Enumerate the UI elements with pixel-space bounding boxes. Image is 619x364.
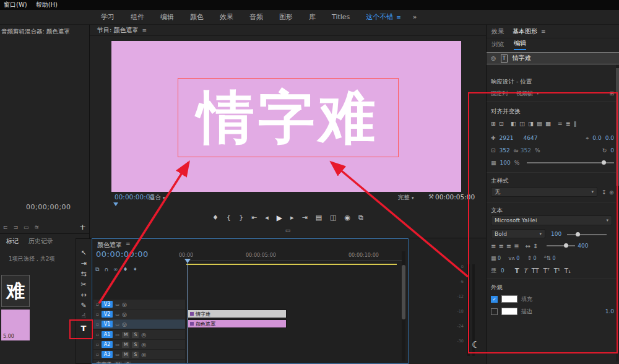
mixer-icon-4[interactable]: ≋: [35, 224, 40, 230]
pen-tool[interactable]: ✎: [76, 301, 91, 310]
align-left-icon[interactable]: ◧: [511, 120, 516, 127]
lock-icon[interactable]: ▫: [96, 322, 99, 327]
step-forward-icon[interactable]: ▸: [290, 214, 294, 222]
track-output-eye-icon[interactable]: ◎: [122, 321, 127, 327]
workspace-tab-color[interactable]: 颜色: [182, 12, 212, 22]
razor-tool[interactable]: ✂: [76, 280, 91, 288]
new-style-icon[interactable]: ⊕: [609, 189, 614, 196]
track-select-tool[interactable]: ⇥: [76, 259, 91, 267]
panel-menu-icon[interactable]: ≡: [142, 27, 147, 33]
track-target-v1[interactable]: V1: [102, 321, 113, 327]
subtab-browse[interactable]: 浏览: [491, 40, 504, 49]
type-tool[interactable]: T: [76, 324, 91, 333]
align-text-left-icon[interactable]: ≡: [491, 243, 496, 249]
program-current-timecode[interactable]: 00:00:00:00: [115, 193, 154, 201]
visibility-eye-icon[interactable]: ◎: [491, 55, 496, 61]
clip-text-layer[interactable]: 情字难: [188, 310, 287, 318]
project-item-text-clip[interactable]: 难: [1, 275, 30, 307]
superscript-toggle[interactable]: T¹: [554, 267, 560, 274]
add-button[interactable]: +: [79, 222, 86, 232]
distribute-h-icon[interactable]: ≡: [558, 120, 563, 127]
align-bottom-icon[interactable]: ▦: [545, 120, 551, 127]
nest-icon[interactable]: ⧉: [95, 266, 99, 273]
timeline-settings-icon[interactable]: ✦: [133, 266, 138, 273]
track-target-v2[interactable]: V2: [102, 311, 113, 318]
pin-diagram-icon[interactable]: ⊞: [609, 90, 614, 97]
track-output-eye-icon[interactable]: ◎: [141, 332, 146, 338]
mute-button[interactable]: M: [122, 342, 129, 348]
ripple-edit-tool[interactable]: ⇆: [76, 270, 91, 278]
position-y-value[interactable]: 4647: [523, 135, 537, 141]
track-target-a3[interactable]: A3: [102, 351, 113, 358]
step-back-icon[interactable]: ◂: [265, 214, 269, 222]
tsume-icon[interactable]: 亜: [491, 267, 496, 275]
stroke-color-swatch[interactable]: [501, 308, 517, 315]
anchor-x-value[interactable]: 0.0: [592, 135, 601, 141]
linked-selection-icon[interactable]: ∞: [113, 266, 118, 273]
mute-button[interactable]: M: [115, 362, 122, 364]
export-frame-icon[interactable]: ◉: [344, 214, 350, 222]
track-output-eye-icon[interactable]: ◎: [122, 311, 127, 318]
sync-lock-icon[interactable]: ▭: [115, 322, 119, 327]
panel-menu-icon[interactable]: ≡: [126, 241, 131, 249]
sync-lock-icon[interactable]: ▭: [115, 312, 119, 317]
all-caps-toggle[interactable]: TT: [532, 267, 539, 274]
align-frame-h-icon[interactable]: ⊞: [491, 120, 496, 127]
mute-button[interactable]: M: [122, 332, 129, 338]
text-bounding-box[interactable]: 情字难: [178, 78, 399, 157]
tracking2-icon[interactable]: ᴠᴀ: [508, 255, 515, 261]
position-x-value[interactable]: 2921: [500, 135, 514, 141]
tab-essential-graphics[interactable]: 基本图形: [513, 27, 537, 36]
kerning-value[interactable]: 0: [498, 256, 501, 261]
project-item-color-matte[interactable]: 5.00: [1, 310, 30, 340]
distribute-spacing-icon[interactable]: ‖: [574, 120, 577, 127]
tab-history[interactable]: 历史记录: [28, 237, 53, 246]
tracking-value[interactable]: 400: [578, 243, 588, 249]
resolution-dropdown[interactable]: 完整 ▾: [398, 194, 414, 202]
leading2-icon[interactable]: ⇕: [527, 255, 532, 261]
kerning-icon[interactable]: ▦: [491, 255, 496, 261]
timeline-timecode[interactable]: 00:00:00:00: [96, 249, 149, 259]
fill-checkbox[interactable]: ✓: [491, 296, 498, 303]
mixer-icon-1[interactable]: ⊏: [3, 224, 8, 230]
tab-effects[interactable]: 效果: [491, 27, 504, 36]
baseline-shift-value[interactable]: 0: [553, 256, 556, 261]
track-output-eye-icon[interactable]: ◎: [141, 342, 146, 348]
program-playhead-caret[interactable]: [113, 202, 118, 209]
align-center-h-icon[interactable]: ◫: [519, 120, 525, 127]
font-size-value[interactable]: 100: [551, 231, 561, 237]
settings-wrench-icon[interactable]: ⚒: [428, 193, 434, 200]
graphics-panel-scrollbar[interactable]: [616, 64, 619, 362]
tab-markers[interactable]: 标记: [6, 237, 19, 246]
scale-icon[interactable]: ⊡: [491, 147, 496, 154]
lift-icon[interactable]: ▤: [316, 214, 322, 222]
subscript-toggle[interactable]: T₁: [565, 267, 571, 274]
slider-knob[interactable]: [602, 160, 606, 165]
layer-row-text[interactable]: ◎ T 情字难: [487, 52, 619, 64]
opacity-value[interactable]: 100: [500, 160, 511, 166]
workspace-tab-libraries[interactable]: 库: [301, 12, 324, 22]
add-marker-icon[interactable]: ♦: [212, 214, 219, 222]
leading2-value[interactable]: 0: [534, 256, 537, 261]
sync-lock-icon[interactable]: ▭: [115, 302, 119, 307]
mark-out-icon[interactable]: }: [239, 214, 243, 222]
sync-lock-icon[interactable]: ▭: [115, 352, 119, 357]
subtab-edit[interactable]: 编辑: [514, 39, 526, 50]
fill-color-swatch[interactable]: [501, 295, 517, 303]
workspace-overflow-button[interactable]: »: [413, 13, 417, 21]
workspace-tab-editing[interactable]: 编辑: [152, 12, 182, 22]
scale-linked-value[interactable]: 352: [521, 147, 531, 154]
tsume-value[interactable]: 0: [501, 267, 504, 274]
timeline-ruler[interactable]: [186, 260, 402, 261]
font-style-dropdown[interactable]: Bold ▾: [491, 229, 545, 238]
slip-tool[interactable]: ↔: [76, 291, 91, 299]
workspace-menu-icon[interactable]: ≡: [396, 14, 401, 20]
slider-knob[interactable]: [576, 232, 580, 236]
extract-icon[interactable]: ◫: [330, 214, 336, 222]
align-top-icon[interactable]: ▤: [537, 120, 542, 127]
lock-icon[interactable]: ▫: [96, 342, 99, 347]
hand-tool[interactable]: ☝: [76, 312, 91, 320]
mark-in-icon[interactable]: {: [227, 214, 231, 222]
font-family-dropdown[interactable]: Microsoft YaHei ▾: [491, 215, 612, 225]
font-size-slider[interactable]: [567, 234, 607, 235]
